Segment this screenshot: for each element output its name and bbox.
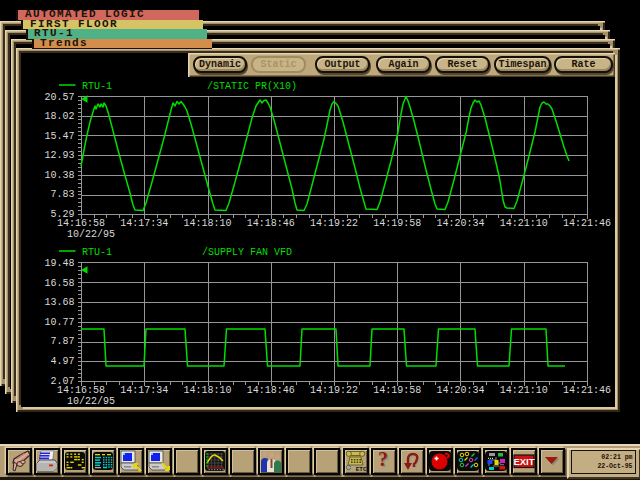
svg-text:14:18:10: 14:18:10 (183, 218, 231, 229)
svg-text:14:21:46: 14:21:46 (563, 218, 611, 229)
svg-text:14:19:58: 14:19:58 (373, 218, 421, 229)
svg-text:14:16:58: 14:16:58 (57, 218, 105, 229)
svg-text:14:21:10: 14:21:10 (500, 218, 548, 229)
svg-text:14:19:22: 14:19:22 (310, 385, 358, 396)
svg-text:ETC: ETC (355, 466, 366, 473)
svg-text:13.68: 13.68 (44, 297, 74, 308)
svg-text:10.38: 10.38 (44, 170, 74, 181)
svg-text:10/22/95: 10/22/95 (67, 229, 115, 240)
svg-text:14:16:58: 14:16:58 (57, 385, 105, 396)
svg-text:14:18:10: 14:18:10 (183, 385, 231, 396)
svg-text:14:18:46: 14:18:46 (247, 218, 295, 229)
svg-text:18.02: 18.02 (44, 111, 74, 122)
svg-text:14:20:34: 14:20:34 (436, 218, 484, 229)
svg-text:/SUPPLY FAN VFD: /SUPPLY FAN VFD (202, 247, 292, 258)
svg-text:16.58: 16.58 (44, 278, 74, 289)
svg-text:?: ? (378, 450, 388, 470)
svg-text:7.87: 7.87 (50, 336, 74, 347)
svg-text:14:21:10: 14:21:10 (500, 385, 548, 396)
svg-text:10.77: 10.77 (44, 317, 74, 328)
svg-text:14:17:34: 14:17:34 (120, 218, 168, 229)
svg-text:14:19:22: 14:19:22 (310, 218, 358, 229)
svg-text:7.83: 7.83 (50, 189, 74, 200)
svg-text:12.93: 12.93 (44, 150, 74, 161)
svg-text:14:18:46: 14:18:46 (247, 385, 295, 396)
svg-text:/STATIC PR(X10): /STATIC PR(X10) (207, 81, 297, 92)
svg-text:20.57: 20.57 (44, 92, 74, 103)
svg-text:4.97: 4.97 (50, 356, 74, 367)
svg-text:RTU-1: RTU-1 (82, 81, 112, 92)
svg-text:15.47: 15.47 (44, 131, 74, 142)
svg-text:19.48: 19.48 (44, 258, 74, 269)
svg-text:14:19:58: 14:19:58 (373, 385, 421, 396)
svg-text:10/22/95: 10/22/95 (67, 396, 115, 407)
svg-text:EXIT: EXIT (513, 456, 534, 467)
svg-text:14:20:34: 14:20:34 (436, 385, 484, 396)
svg-text:14:17:34: 14:17:34 (120, 385, 168, 396)
svg-text:RTU-1: RTU-1 (82, 247, 112, 258)
svg-text:14:21:46: 14:21:46 (563, 385, 611, 396)
